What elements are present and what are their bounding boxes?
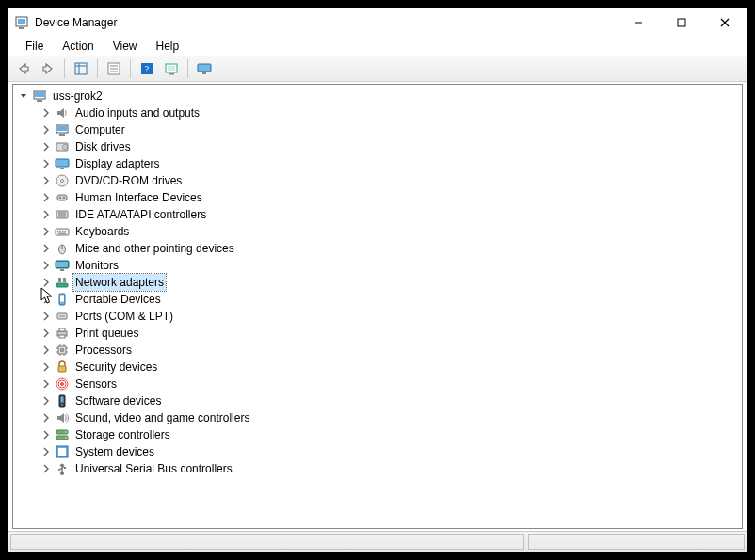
svg-rect-2	[18, 19, 25, 24]
tree-item-security[interactable]: Security devices	[13, 359, 742, 376]
menubar: File Action View Help	[8, 37, 747, 56]
print-icon	[55, 326, 70, 341]
tree-item-label: Sensors	[73, 376, 119, 392]
chevron-right-icon[interactable]	[40, 327, 53, 340]
chevron-right-icon[interactable]	[40, 394, 53, 408]
scan-button[interactable]	[160, 58, 183, 79]
menu-help[interactable]: Help	[149, 38, 187, 55]
tree-item-portable[interactable]: Portable Devices	[13, 291, 742, 308]
tree-pane[interactable]: uss-grok2Audio inputs and outputsCompute…	[12, 84, 743, 529]
tree-item-system[interactable]: System devices	[13, 443, 742, 460]
tree-item-processors[interactable]: Processors	[13, 342, 742, 359]
svg-point-84	[65, 437, 67, 439]
svg-rect-63	[59, 335, 65, 338]
svg-rect-86	[58, 448, 66, 456]
dvd-icon	[55, 173, 70, 188]
chevron-right-icon[interactable]	[40, 344, 53, 357]
tree-item-computer[interactable]: Computer	[13, 121, 742, 138]
chevron-right-icon[interactable]	[40, 174, 53, 187]
svg-rect-56	[60, 296, 64, 302]
svg-rect-1	[19, 27, 24, 29]
tree-root[interactable]: uss-grok2	[13, 88, 742, 104]
computer-icon	[55, 122, 70, 137]
properties-button[interactable]	[103, 58, 125, 79]
hid-icon	[55, 190, 70, 205]
svg-rect-50	[56, 262, 68, 267]
svg-rect-22	[35, 92, 44, 97]
tree-item-storage[interactable]: Storage controllers	[13, 426, 742, 443]
software-icon	[55, 393, 70, 408]
status-left	[10, 534, 524, 550]
tree-item-mice[interactable]: Mice and other pointing devices	[13, 240, 742, 257]
menu-file[interactable]: File	[18, 38, 51, 55]
back-button[interactable]	[12, 58, 35, 79]
svg-rect-44	[62, 231, 64, 232]
svg-point-59	[61, 315, 63, 317]
tree-item-software[interactable]: Software devices	[13, 392, 742, 409]
svg-point-75	[60, 382, 64, 386]
tree-item-network[interactable]: Network adapters	[13, 274, 742, 291]
svg-rect-62	[59, 328, 65, 331]
minimize-button[interactable]	[617, 8, 660, 37]
svg-point-58	[59, 315, 61, 317]
chevron-right-icon[interactable]	[40, 293, 53, 306]
toolbar-separator	[64, 59, 65, 78]
svg-rect-23	[37, 100, 42, 102]
chevron-right-icon[interactable]	[40, 276, 53, 289]
svg-rect-20	[202, 72, 206, 74]
chevron-right-icon[interactable]	[40, 191, 53, 204]
tree-item-audio[interactable]: Audio inputs and outputs	[13, 104, 742, 121]
network-icon	[55, 275, 70, 290]
svg-rect-45	[65, 231, 67, 232]
tree-item-ide[interactable]: IDE ATA/ATAPI controllers	[13, 206, 742, 223]
tree-item-ports[interactable]: Ports (COM & LPT)	[13, 308, 742, 325]
svg-rect-51	[60, 269, 64, 271]
help-button[interactable]: ?	[136, 58, 158, 79]
chevron-right-icon[interactable]	[40, 259, 53, 272]
chevron-right-icon[interactable]	[40, 445, 53, 458]
titlebar[interactable]: Device Manager	[8, 8, 747, 37]
tree-item-monitors[interactable]: Monitors	[13, 257, 742, 274]
chevron-down-icon[interactable]	[17, 89, 30, 103]
chevron-right-icon[interactable]	[40, 360, 53, 374]
tree-item-disk[interactable]: Disk drives	[13, 138, 742, 155]
chevron-right-icon[interactable]	[40, 225, 53, 238]
tree-item-keyboards[interactable]: Keyboards	[13, 223, 742, 240]
maximize-button[interactable]	[660, 8, 703, 37]
toolbar-separator	[130, 59, 131, 78]
tree-item-hid[interactable]: Human Interface Devices	[13, 189, 742, 206]
chevron-right-icon[interactable]	[40, 140, 53, 153]
chevron-right-icon[interactable]	[40, 157, 53, 170]
menu-action[interactable]: Action	[55, 38, 101, 55]
svg-rect-53	[58, 278, 61, 282]
chevron-right-icon[interactable]	[40, 123, 53, 136]
menu-view[interactable]: View	[105, 38, 145, 55]
chevron-right-icon[interactable]	[40, 242, 53, 255]
toolbar-separator	[97, 59, 98, 78]
display-button[interactable]	[193, 58, 216, 79]
sound-icon	[55, 410, 70, 425]
svg-rect-19	[198, 64, 211, 72]
chevron-right-icon[interactable]	[40, 106, 53, 120]
app-icon	[14, 15, 29, 30]
tree-item-print[interactable]: Print queues	[13, 325, 742, 342]
tree-item-usb[interactable]: Universal Serial Bus controllers	[13, 460, 742, 477]
chevron-right-icon[interactable]	[40, 462, 53, 475]
svg-text:?: ?	[145, 64, 150, 74]
chevron-right-icon[interactable]	[40, 428, 53, 441]
tree-item-sensors[interactable]: Sensors	[13, 376, 742, 392]
chevron-right-icon[interactable]	[40, 310, 53, 323]
close-button[interactable]	[703, 8, 747, 37]
tree-item-label: Display adapters	[73, 155, 161, 172]
forward-button[interactable]	[37, 58, 59, 79]
chevron-right-icon[interactable]	[40, 377, 53, 391]
tree-item-sound[interactable]: Sound, video and game controllers	[13, 409, 742, 426]
svg-rect-30	[56, 159, 69, 167]
chevron-right-icon[interactable]	[40, 208, 53, 221]
show-hide-tree-button[interactable]	[70, 58, 92, 79]
tree-item-display[interactable]: Display adapters	[13, 155, 742, 172]
chevron-right-icon[interactable]	[40, 411, 53, 424]
svg-rect-74	[58, 366, 66, 372]
tree-item-dvd[interactable]: DVD/CD-ROM drives	[13, 172, 742, 189]
monitors-icon	[55, 258, 70, 273]
